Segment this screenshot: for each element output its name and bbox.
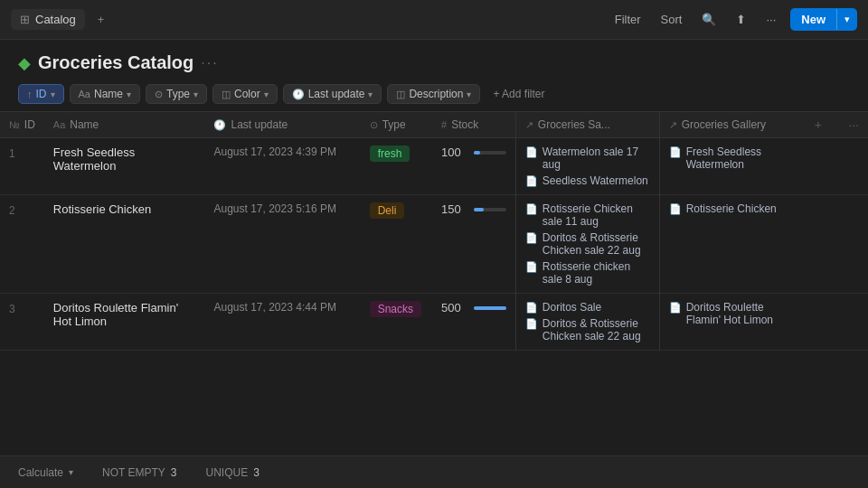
cell-last-update: August 17, 2023 5:16 PM	[204, 195, 360, 294]
list-item[interactable]: 📄Doritos & Rotisserie Chicken sale 22 au…	[525, 317, 650, 343]
unique-value: 3	[253, 466, 259, 479]
color-chip-label: Color	[234, 88, 260, 100]
doc-icon: 📄	[525, 318, 538, 330]
more-icon[interactable]: ···	[760, 9, 781, 30]
not-empty-label: NOT EMPTY	[102, 466, 165, 479]
id-filter-chip[interactable]: ↑ ID ▾	[18, 84, 64, 104]
list-item[interactable]: 📄Doritos Roulette Flamin' Hot Limon	[669, 301, 797, 326]
new-button[interactable]: New ▾	[790, 8, 857, 31]
doc-icon: 📄	[525, 261, 538, 273]
type-badge: Snacks	[370, 301, 421, 317]
cell-add	[806, 294, 840, 351]
stock-col-label: Stock	[451, 118, 478, 131]
share-icon[interactable]: ⬆	[731, 9, 751, 30]
calculate-button[interactable]: Calculate ▾	[18, 466, 73, 479]
col-header-name[interactable]: Aa Name	[44, 112, 205, 138]
stock-number: 100	[441, 145, 467, 159]
col-options-button[interactable]: ···	[839, 112, 868, 138]
color-filter-chip[interactable]: ◫ Color ▾	[212, 84, 278, 104]
cell-type: Deli	[361, 195, 432, 294]
cell-add	[806, 138, 840, 195]
type-filter-chip[interactable]: ⊙ Type ▾	[146, 84, 207, 104]
cell-id: 2	[0, 195, 44, 294]
add-col-icon[interactable]: +	[815, 117, 822, 132]
col-header-last-update[interactable]: 🕐 Last update	[204, 112, 360, 138]
list-item[interactable]: 📄Rotisserie chicken sale 8 aug	[525, 260, 650, 286]
new-button-label: New	[790, 8, 836, 31]
cell-type: Snacks	[361, 294, 432, 351]
col-header-groceries-gallery[interactable]: ↗ Groceries Gallery	[659, 112, 805, 138]
list-item[interactable]: 📄Seedless Watermelon	[525, 174, 650, 187]
page-more-button[interactable]: ···	[201, 55, 218, 71]
groceries-sa-col-icon: ↗	[525, 119, 533, 131]
relation-text: Rotisserie Chicken	[686, 202, 777, 215]
doc-icon: 📄	[525, 175, 538, 187]
cell-add	[806, 195, 840, 294]
type-badge: fresh	[370, 145, 410, 162]
id-chip-label: ID	[36, 88, 47, 100]
cell-groceries-gallery[interactable]: 📄Rotisserie Chicken	[659, 195, 805, 294]
cell-groceries-sa[interactable]: 📄Doritos Sale📄Doritos & Rotisserie Chick…	[515, 294, 659, 351]
col-add-button[interactable]: +	[806, 112, 840, 138]
name-filter-chip[interactable]: Aa Name ▾	[70, 84, 140, 104]
topbar: ⊞ Catalog + Filter Sort 🔍 ⬆ ··· New ▾	[0, 0, 868, 40]
description-filter-chip[interactable]: ◫ Description ▾	[387, 84, 480, 104]
not-empty-stat: NOT EMPTY 3	[102, 466, 176, 479]
stock-bar-fill	[474, 208, 484, 211]
list-item[interactable]: 📄Doritos Sale	[525, 301, 650, 314]
new-button-caret[interactable]: ▾	[836, 9, 857, 30]
relation-text: Rotisserie Chicken sale 11 aug	[542, 202, 650, 228]
type-col-icon: ⊙	[370, 119, 378, 131]
relation-text: Fresh Seedless Watermelon	[686, 145, 797, 171]
relation-text: Doritos & Rotisserie Chicken sale 22 aug	[542, 231, 650, 257]
toolbar: ↑ ID ▾ Aa Name ▾ ⊙ Type ▾ ◫ Color ▾ 🕐 La…	[0, 80, 868, 111]
cell-name[interactable]: Fresh Seedless Watermelon	[44, 138, 205, 195]
filter-button[interactable]: Filter	[609, 9, 646, 30]
table-row[interactable]: 3Doritos Roulette Flamin' Hot LimonAugus…	[0, 294, 868, 351]
col-header-groceries-sa[interactable]: ↗ Groceries Sa...	[515, 112, 659, 138]
lastupdate-filter-chip[interactable]: 🕐 Last update ▾	[283, 84, 382, 104]
table-row[interactable]: 1Fresh Seedless WatermelonAugust 17, 202…	[0, 138, 868, 195]
col-header-id[interactable]: № ID	[0, 112, 44, 138]
list-item[interactable]: 📄Watermelon sale 17 aug	[525, 145, 650, 171]
cell-name[interactable]: Doritos Roulette Flamin' Hot Limon	[44, 294, 205, 351]
id-chip-icon: ↑	[27, 89, 33, 99]
doc-icon: 📄	[669, 302, 682, 314]
list-item[interactable]: 📄Doritos & Rotisserie Chicken sale 22 au…	[525, 231, 650, 257]
catalog-tab[interactable]: ⊞ Catalog	[11, 9, 85, 30]
cell-name[interactable]: Rotisserie Chicken	[44, 195, 205, 294]
col-header-stock[interactable]: # Stock	[432, 112, 515, 138]
type-chip-label: Type	[166, 88, 190, 100]
relation-text: Seedless Watermelon	[542, 174, 648, 187]
unique-stat: UNIQUE 3	[206, 466, 259, 479]
cell-groceries-sa[interactable]: 📄Watermelon sale 17 aug📄Seedless Waterme…	[515, 138, 659, 195]
list-item[interactable]: 📄Rotisserie Chicken sale 11 aug	[525, 202, 650, 228]
name-chip-label: Name	[94, 88, 123, 100]
add-tab-button[interactable]: +	[92, 9, 110, 30]
col-header-type[interactable]: ⊙ Type	[361, 112, 432, 138]
table-row[interactable]: 2Rotisserie ChickenAugust 17, 2023 5:16 …	[0, 195, 868, 294]
cell-groceries-gallery[interactable]: 📄Doritos Roulette Flamin' Hot Limon	[659, 294, 805, 351]
calculate-label: Calculate	[18, 466, 63, 479]
sort-button[interactable]: Sort	[656, 9, 688, 30]
list-item[interactable]: 📄Fresh Seedless Watermelon	[669, 145, 797, 171]
topbar-left: ⊞ Catalog +	[11, 9, 109, 30]
page-title: Groceries Catalog	[38, 52, 193, 73]
cell-groceries-gallery[interactable]: 📄Fresh Seedless Watermelon	[659, 138, 805, 195]
list-item[interactable]: 📄Rotisserie Chicken	[669, 202, 797, 215]
cell-id: 1	[0, 138, 44, 195]
date-col-icon: 🕐	[213, 119, 226, 131]
id-col-label: ID	[24, 118, 35, 131]
groceries-gallery-col-icon: ↗	[669, 119, 677, 131]
desc-chip-icon: ◫	[396, 89, 405, 100]
cell-id: 3	[0, 294, 44, 351]
desc-chip-label: Description	[409, 88, 463, 100]
search-icon[interactable]: 🔍	[696, 9, 722, 30]
col-more-icon[interactable]: ···	[848, 117, 859, 132]
lastupdate-chip-label: Last update	[308, 88, 365, 100]
relation-text: Doritos Sale	[542, 301, 601, 314]
name-col-label: Name	[70, 118, 99, 131]
add-filter-button[interactable]: + Add filter	[486, 85, 552, 103]
cell-groceries-sa[interactable]: 📄Rotisserie Chicken sale 11 aug📄Doritos …	[515, 195, 659, 294]
relation-text: Rotisserie chicken sale 8 aug	[542, 260, 650, 286]
